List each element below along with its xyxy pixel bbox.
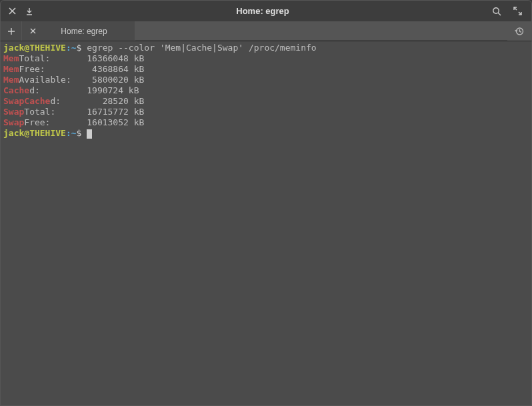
cursor xyxy=(87,129,92,139)
output-text: Free: 16013052 kB xyxy=(24,117,144,127)
tab-home-egrep[interactable]: Home: egrep xyxy=(22,21,135,41)
tabbar-filler xyxy=(135,21,507,41)
window-title: Home: egrep xyxy=(33,6,492,16)
command-name: egrep xyxy=(87,43,113,53)
titlebar: Home: egrep xyxy=(0,0,532,21)
match-highlight: Mem xyxy=(3,64,19,74)
match-highlight: Swap xyxy=(3,117,24,127)
output-text: Available: 5800020 kB xyxy=(19,75,144,85)
prompt-dollar: $ xyxy=(77,128,82,138)
match-highlight: Mem xyxy=(3,53,19,63)
match-highlight: Swap xyxy=(3,107,24,117)
prompt-dollar: $ xyxy=(77,43,82,53)
output-text: d: 1990724 kB xyxy=(29,85,139,95)
terminal-area[interactable]: jack@THEHIVE:~$ egrep --color 'Mem|Cache… xyxy=(0,41,532,406)
search-icon[interactable] xyxy=(492,7,501,16)
output-text: Total: 16715772 kB xyxy=(24,107,144,117)
command-arg-color: --color xyxy=(118,43,155,53)
output-text: Free: 4368864 kB xyxy=(19,64,144,74)
tab-close-icon[interactable] xyxy=(30,28,36,34)
fullscreen-icon[interactable] xyxy=(513,7,522,15)
prompt-host: THEHIVE xyxy=(29,128,66,138)
titlebar-left xyxy=(1,7,33,15)
output-text: d: 28520 kB xyxy=(50,96,144,106)
tab-label: Home: egrep xyxy=(41,27,127,36)
output-text: Total: 16366048 kB xyxy=(19,53,144,63)
download-icon[interactable] xyxy=(25,7,33,15)
prompt-host: THEHIVE xyxy=(29,43,66,53)
history-icon[interactable] xyxy=(507,21,531,41)
command-file: /proc/meminfo xyxy=(249,43,317,53)
prompt-user: jack xyxy=(3,43,24,53)
prompt-at: @ xyxy=(24,128,29,138)
match-highlight: Cache xyxy=(3,85,29,95)
tabbar: Home: egrep xyxy=(0,21,532,41)
prompt-at: @ xyxy=(24,43,29,53)
match-highlight: Mem xyxy=(3,75,19,85)
new-tab-button[interactable] xyxy=(1,21,22,41)
match-highlight: SwapCache xyxy=(3,96,50,106)
prompt-path: :~ xyxy=(66,43,77,53)
prompt-path: :~ xyxy=(66,128,77,138)
svg-point-0 xyxy=(493,7,499,13)
titlebar-right xyxy=(492,7,531,16)
prompt-user: jack xyxy=(3,128,24,138)
close-window-icon[interactable] xyxy=(9,7,16,15)
command-pattern: 'Mem|Cache|Swap' xyxy=(160,43,243,53)
